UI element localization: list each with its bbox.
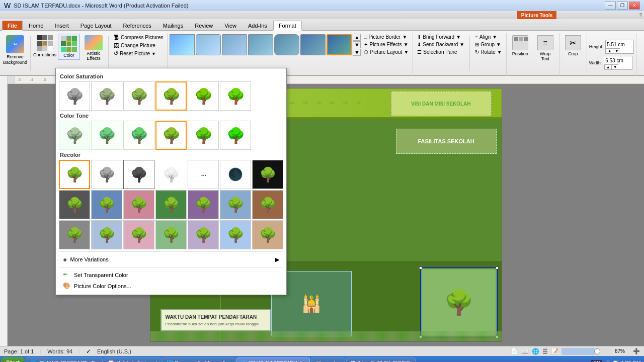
recolor-purple[interactable]: 🌳 — [188, 190, 219, 219]
recolor-washout[interactable]: 🌳 — [155, 160, 187, 189]
recolor-no-recolor[interactable]: 🌳 — [59, 160, 90, 189]
saturation-swatch-5[interactable]: 🌳 — [188, 81, 219, 111]
minimize-button[interactable]: — — [605, 2, 616, 10]
set-transparent-color-item[interactable]: ✒ Set Transparent Color — [59, 269, 283, 281]
height-down[interactable]: ▼ — [613, 48, 620, 53]
styles-scroll-up[interactable]: ▲ — [353, 34, 361, 41]
taskbar-item-gambar[interactable]: 📁 gambar — [311, 357, 345, 362]
picture-layout-button[interactable]: ⬡Picture Layout▼ — [362, 49, 411, 55]
lang-indicator[interactable]: EN — [591, 360, 602, 363]
style-thumb-2[interactable] — [196, 34, 221, 55]
reset-picture-button[interactable]: ↺ Reset Picture ▼ — [112, 50, 165, 57]
crop-button[interactable]: ✂ Crop — [561, 34, 585, 58]
styles-more[interactable]: ▼ — [353, 49, 361, 56]
send-backward-button[interactable]: ⬇Send Backward▼ — [415, 41, 466, 48]
taskbar-item-doc1[interactable]: W Document1 - Microsoft ... — [163, 357, 235, 362]
align-button[interactable]: ≡Align▼ — [473, 34, 504, 40]
position-button[interactable]: Position — [509, 34, 532, 58]
style-thumb-4[interactable] — [248, 34, 273, 55]
recolor-brown[interactable]: 🌳 — [252, 190, 283, 219]
saturation-swatch-1[interactable]: 🌳 — [59, 81, 90, 111]
recolor-light-sky[interactable]: 🌳 — [220, 220, 251, 249]
wrap-text-button[interactable]: ≡ Wrap Text — [534, 34, 557, 63]
remove-background-button[interactable]: ✂ Remove Background — [3, 34, 27, 67]
recolor-dark-grayscale[interactable]: 🌳 — [123, 160, 154, 189]
width-up[interactable]: ▲ — [604, 64, 611, 69]
view-normal-icon[interactable]: 📄 — [511, 348, 518, 355]
zoom-in-icon[interactable]: ➕ — [633, 348, 640, 354]
taskbar-item-photoshop[interactable]: 🖼 1.jpg @ 33.3% (RGB/8) — [346, 357, 415, 362]
tone-swatch-4[interactable]: 🌳 — [155, 121, 187, 150]
view-draft-icon[interactable]: 📝 — [551, 348, 558, 355]
style-thumb-1[interactable] — [170, 34, 195, 55]
saturation-swatch-4[interactable]: 🌳 — [155, 81, 187, 111]
tab-add-ins[interactable]: Add-Ins — [243, 21, 273, 30]
recolor-sky[interactable]: 🌳 — [220, 190, 251, 219]
tab-insert[interactable]: Insert — [49, 21, 74, 30]
recolor-dark-1[interactable]: 🌳 — [59, 190, 90, 219]
taskbar-item-sd-islam[interactable]: W SD ISLAM TERPADU.d... — [236, 357, 310, 362]
tab-file[interactable]: File — [2, 21, 23, 31]
rotate-button[interactable]: ↻Rotate▼ — [473, 49, 504, 55]
saturation-swatch-6[interactable]: 🌳 — [220, 81, 251, 111]
height-input[interactable] — [606, 40, 633, 48]
tab-mailings[interactable]: Mailings — [157, 21, 189, 30]
artistic-effects-button[interactable]: Artistic Effects — [82, 34, 105, 63]
selection-pane-button[interactable]: ☰Selection Pane — [415, 49, 466, 55]
recolor-light-purple[interactable]: 🌳 — [188, 220, 219, 249]
view-reading-icon[interactable]: 📖 — [521, 348, 529, 355]
tab-review[interactable]: Review — [189, 21, 218, 30]
recolor-black-solid[interactable]: 🌳 — [252, 160, 283, 189]
color-button[interactable]: Color — [58, 34, 80, 60]
corrections-button[interactable]: Corrections — [34, 34, 56, 59]
group-button[interactable]: ⊞Group▼ — [473, 41, 504, 48]
style-thumb-6[interactable] — [300, 34, 326, 55]
tab-view[interactable]: View — [219, 21, 242, 30]
picture-border-button[interactable]: □Picture Border▼ — [362, 34, 411, 40]
tone-swatch-3[interactable]: 🌳 — [123, 121, 154, 150]
tone-swatch-2[interactable]: 🌳 — [91, 121, 122, 150]
recolor-light-dark[interactable]: 🌳 — [59, 220, 90, 249]
tab-format[interactable]: Format — [273, 21, 302, 31]
tab-home[interactable]: Home — [23, 21, 49, 30]
bring-forward-button[interactable]: ⬆Bring Forward▼ — [415, 34, 466, 40]
close-button[interactable]: ✕ — [629, 2, 640, 10]
recolor-green[interactable]: 🌳 — [155, 190, 187, 219]
picture-effects-button[interactable]: ✦Picture Effects▼ — [362, 41, 411, 48]
style-thumb-7-selected[interactable] — [327, 34, 352, 55]
tone-swatch-1[interactable]: 🌳 — [59, 121, 90, 150]
help-icon[interactable]: ? — [639, 13, 642, 18]
style-thumb-3[interactable] — [222, 34, 247, 55]
taskbar-item-notepad[interactable]: 📝 Untitled - Notepad — [104, 357, 162, 362]
tab-page-layout[interactable]: Page Layout — [75, 21, 117, 30]
change-picture-button[interactable]: 🖼 Change Picture — [112, 42, 165, 49]
zoom-slider[interactable] — [561, 348, 612, 355]
recolor-black-silhouette[interactable]: 🌑 — [220, 160, 251, 189]
restore-button[interactable]: ❐ — [617, 2, 628, 10]
start-button[interactable]: Start — [1, 357, 25, 362]
view-outline-icon[interactable]: ☰ — [542, 348, 548, 355]
recolor-light-pink[interactable]: 🌳 — [123, 220, 154, 249]
height-up[interactable]: ▲ — [606, 48, 613, 53]
styles-scroll-down[interactable]: ▼ — [353, 41, 361, 48]
tone-swatch-6[interactable]: 🌳 — [220, 121, 251, 150]
saturation-swatch-2[interactable]: 🌳 — [91, 81, 122, 111]
tab-references[interactable]: References — [118, 21, 157, 30]
tone-swatch-5[interactable]: 🌳 — [188, 121, 219, 150]
view-web-icon[interactable]: 🌐 — [532, 348, 539, 355]
picture-color-options-item[interactable]: 🎨 Picture Color Options... — [59, 281, 283, 292]
recolor-light-green[interactable]: 🌳 — [155, 220, 187, 249]
width-down[interactable]: ▼ — [611, 64, 618, 69]
recolor-light-brown[interactable]: 🌳 — [252, 220, 283, 249]
style-thumb-5[interactable] — [274, 34, 299, 55]
recolor-light-blue[interactable]: 🌳 — [91, 220, 122, 249]
recolor-black-scattered[interactable]: ··· — [188, 160, 219, 189]
taskbar-item-0[interactable]: 🌐 ISLAMIC ABSCRACT - P... — [26, 357, 103, 362]
recolor-blue[interactable]: 🌳 — [91, 190, 122, 219]
compress-pictures-button[interactable]: 🗜 Compress Pictures — [112, 34, 165, 41]
width-input[interactable] — [604, 56, 632, 64]
saturation-swatch-3[interactable]: 🌳 — [123, 81, 154, 111]
recolor-pink[interactable]: 🌳 — [123, 190, 154, 219]
more-variations-item[interactable]: ● More Variations ▶ — [59, 254, 283, 265]
recolor-grayscale[interactable]: 🌳 — [91, 160, 122, 189]
